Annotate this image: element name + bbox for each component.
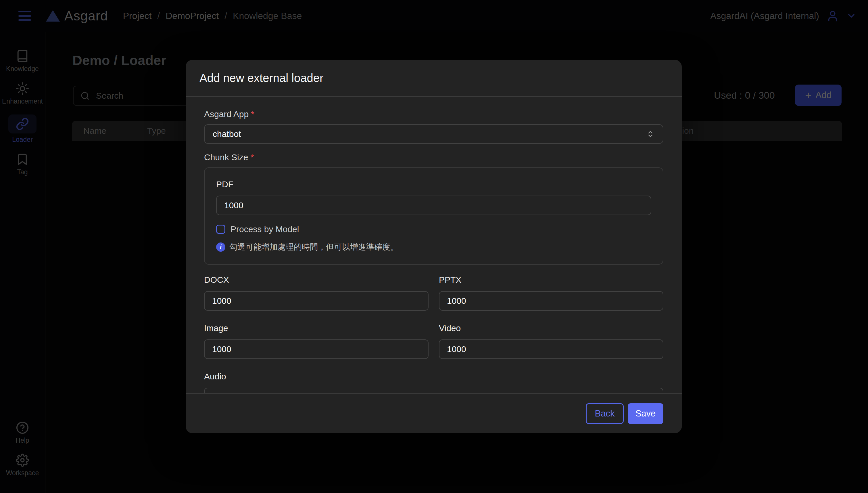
pdf-chunk-group: PDF Process by Model i 勾選可能增加處理的時間，但可以增進… [204,167,663,265]
asgard-app-label: Asgard App* [204,109,663,119]
chunk-size-grid: DOCX PPTX Image Video Audio [204,275,663,393]
info-row: i 勾選可能增加處理的時間，但可以增進準確度。 [216,242,651,253]
back-button[interactable]: Back [586,403,624,424]
modal-body: Asgard App* chatbot Chunk Size* PDF Proc… [186,97,682,393]
docx-chunk-field: DOCX [204,275,429,310]
pdf-label: PDF [216,179,651,189]
video-chunk-field: Video [439,323,663,359]
modal-footer: Back Save [186,393,682,433]
pptx-chunk-field: PPTX [439,275,663,310]
pdf-chunk-input[interactable] [216,196,651,215]
modal-header: Add new external loader [186,60,682,97]
docx-label: DOCX [204,275,429,285]
docx-chunk-input[interactable] [204,291,429,310]
required-mark: * [250,152,254,162]
video-label: Video [439,323,663,333]
pptx-label: PPTX [439,275,663,285]
modal-title: Add new external loader [200,60,682,96]
image-chunk-field: Image [204,323,429,359]
audio-chunk-field: Audio [204,372,663,393]
audio-label: Audio [204,372,663,381]
chunk-size-label: Chunk Size* [204,152,663,162]
save-button[interactable]: Save [628,403,663,424]
asgard-app-select-value: chatbot [213,129,241,139]
asgard-app-select[interactable]: chatbot [204,124,663,144]
select-updown-icon [645,129,655,139]
process-by-model-row: Process by Model [216,224,651,234]
image-chunk-input[interactable] [204,339,429,359]
process-by-model-checkbox[interactable] [216,224,225,234]
app-root: Asgard Project / DemoProject / Knowledge… [0,0,868,493]
image-label: Image [204,323,429,333]
pptx-chunk-input[interactable] [439,291,663,310]
info-icon: i [216,242,225,252]
required-mark: * [251,109,254,119]
add-loader-modal: Add new external loader Asgard App* chat… [186,60,682,433]
process-by-model-label: Process by Model [230,224,299,234]
audio-chunk-input[interactable] [204,388,663,393]
info-text: 勾選可能增加處理的時間，但可以增進準確度。 [229,242,398,253]
video-chunk-input[interactable] [439,339,663,359]
